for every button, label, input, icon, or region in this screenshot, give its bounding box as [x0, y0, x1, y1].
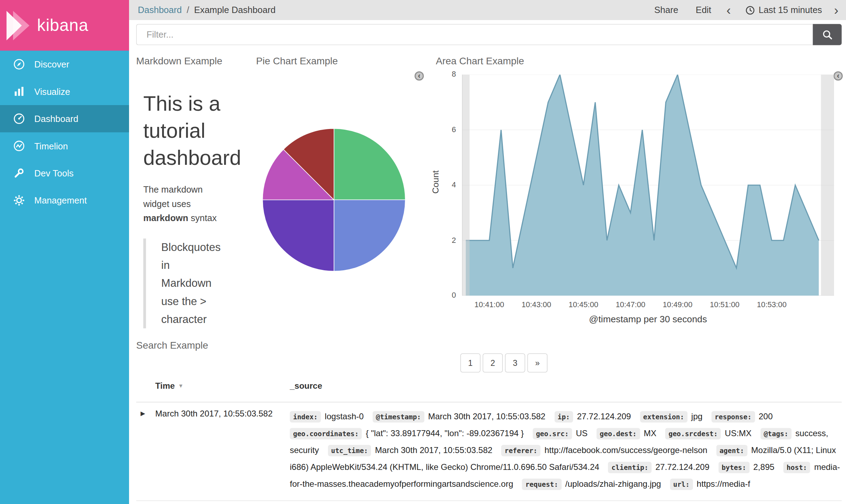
kibana-logo-mark [5, 9, 31, 41]
field-value: 200 [758, 412, 773, 421]
x-tick-label: 10:49:00 [653, 300, 702, 309]
source-cell: index:logstash-0 @timestamp:March 30th 2… [290, 501, 841, 504]
kibana-app: kibana Discover Visualize Dashboard [0, 0, 846, 504]
field-value: jpg [691, 412, 703, 421]
field-value: /uploads/zhai-zhigang.jpg [565, 479, 661, 488]
y-tick-label: 0 [435, 291, 456, 299]
field-key-badge: geo.srcdest: [665, 428, 721, 440]
wrench-icon [13, 167, 25, 179]
kibana-wordmark: kibana [37, 15, 88, 35]
filter-input[interactable] [136, 24, 813, 45]
x-axis-title: @timestamp per 30 seconds [462, 314, 834, 325]
search-panel-title: Search Example [136, 340, 208, 351]
table-row: ▶March 30th 2017, 10:55:03.582index:logs… [136, 402, 841, 501]
field-value: 27.72.124.209 [577, 412, 631, 421]
field-key-badge: referer: [501, 445, 541, 457]
field-key-badge: @tags: [761, 428, 792, 440]
field-value: MX [644, 428, 656, 438]
page-1-button[interactable]: 1 [460, 353, 480, 372]
sidebar-item-dashboard[interactable]: Dashboard [0, 105, 129, 132]
sidebar-item-visualize[interactable]: Visualize [0, 78, 129, 105]
table-row: ▶March 30th 2017, 10:55:01.480index:logs… [136, 501, 841, 504]
search-table-rows: ▶March 30th 2017, 10:55:03.582index:logs… [136, 402, 841, 504]
sidebar-item-label: Dashboard [34, 114, 78, 124]
area-plot[interactable] [462, 75, 834, 296]
sidebar: kibana Discover Visualize Dashboard [0, 0, 129, 504]
pie-panel-title: Pie Chart Example [256, 56, 338, 67]
breadcrumb-current: Example Dashboard [194, 5, 276, 15]
pie-slice[interactable] [334, 129, 405, 200]
field-key-badge: response: [711, 411, 755, 423]
pie-slice[interactable] [263, 200, 334, 271]
next-page-button[interactable]: » [527, 353, 547, 372]
time-forward-chevron-icon[interactable]: › [834, 4, 838, 17]
bar-chart-icon [13, 85, 25, 97]
magnifier-icon [822, 29, 833, 40]
field-key-badge: extension: [640, 411, 687, 423]
breadcrumb-dashboard-link[interactable]: Dashboard [138, 5, 182, 15]
compass-icon [13, 58, 25, 70]
sidebar-nav: Discover Visualize Dashboard Timelion [0, 51, 129, 214]
field-key-badge: @timestamp: [373, 411, 424, 423]
field-value: US:MX [725, 428, 751, 438]
field-key-badge: request: [522, 479, 562, 490]
search-button[interactable] [813, 24, 842, 45]
sidebar-item-label: Management [34, 195, 87, 205]
field-value: { "lat": 33.89177944, "lon": -89.0236719… [366, 428, 524, 438]
sidebar-item-label: Timelion [34, 141, 68, 151]
filter-bar [129, 20, 846, 49]
timelion-icon [13, 140, 25, 152]
kibana-logo[interactable]: kibana [0, 0, 129, 51]
breadcrumb-separator: / [187, 5, 189, 15]
field-value: http://facebook.com/success/george-nelso… [544, 445, 707, 454]
gauge-icon [13, 113, 25, 125]
time-range-label: Last 15 minutes [758, 5, 822, 15]
x-tick-label: 10:45:00 [559, 300, 608, 309]
dashboard-grid: Markdown Example Pie Chart Example Area … [129, 49, 846, 504]
pie-slice[interactable] [334, 200, 405, 271]
field-value: 2,895 [753, 462, 774, 471]
markdown-heading: This is a tutorial dashboard [143, 90, 255, 172]
clock-icon [745, 5, 755, 15]
sidebar-item-label: Discover [34, 59, 69, 69]
time-column-header[interactable]: Time▼ [155, 381, 184, 391]
field-key-badge: utc_time: [328, 445, 371, 457]
field-value: March 30th 2017, 10:55:03.582 [375, 445, 493, 454]
field-key-badge: url: [670, 479, 693, 490]
timepicker-button[interactable]: Last 15 minutes [745, 5, 822, 15]
y-tick-label: 2 [435, 235, 456, 244]
time-back-chevron-icon[interactable]: ‹ [726, 4, 731, 17]
sidebar-item-timelion[interactable]: Timelion [0, 132, 129, 159]
source-column-header: _source [290, 381, 322, 391]
x-tick-label: 10:43:00 [512, 300, 561, 309]
x-tick-label: 10:51:00 [700, 300, 749, 309]
gear-icon [13, 194, 25, 206]
right-endzone [821, 75, 834, 296]
x-tick-label: 10:41:00 [465, 300, 514, 309]
expand-row-icon[interactable]: ▶ [141, 410, 145, 417]
page-3-button[interactable]: 3 [505, 353, 525, 372]
field-key-badge: host: [783, 462, 810, 473]
sidebar-item-label: Dev Tools [34, 168, 74, 178]
x-tick-label: 10:53:00 [747, 300, 796, 309]
markdown-panel-title: Markdown Example [136, 56, 222, 67]
edit-button[interactable]: Edit [696, 5, 711, 15]
field-key-badge: geo.coordinates: [290, 428, 362, 440]
field-key-badge: clientip: [608, 462, 652, 473]
share-button[interactable]: Share [654, 5, 678, 15]
field-key-badge: index: [290, 411, 321, 423]
page-2-button[interactable]: 2 [483, 353, 503, 372]
field-key-badge: ip: [554, 411, 573, 423]
field-value: logstash-0 [325, 412, 364, 421]
y-axis-title: Count [431, 170, 441, 194]
field-value: US [576, 428, 588, 438]
panel-collapse-icon[interactable]: ‹ [415, 71, 424, 80]
markdown-blockquote: Blockquotes in Markdown use the > charac… [143, 239, 223, 329]
pie-chart[interactable] [261, 126, 408, 273]
field-key-badge: geo.dest: [596, 428, 640, 440]
sidebar-item-management[interactable]: Management [0, 187, 129, 214]
sidebar-item-dev-tools[interactable]: Dev Tools [0, 160, 129, 187]
source-cell: index:logstash-0 @timestamp:March 30th 2… [290, 402, 841, 500]
sidebar-item-discover[interactable]: Discover [0, 51, 129, 78]
y-tick-label: 8 [435, 70, 456, 78]
